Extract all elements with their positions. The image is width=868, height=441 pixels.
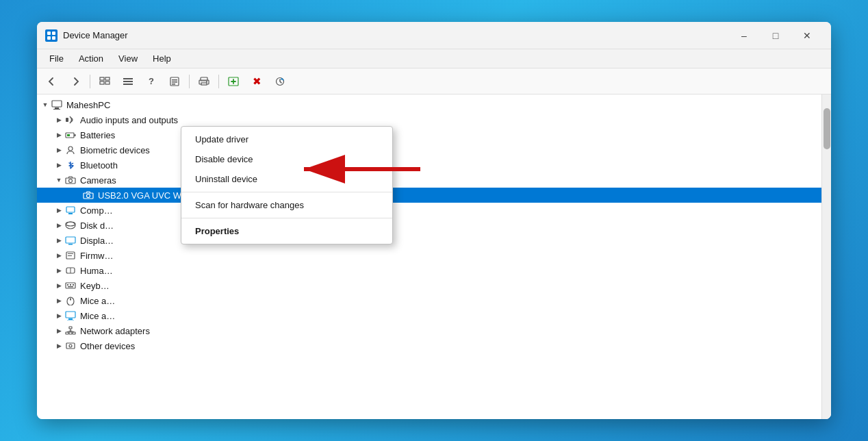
display-toggle[interactable]: ▶ bbox=[53, 235, 64, 246]
svg-rect-14 bbox=[172, 84, 175, 85]
svg-rect-24 bbox=[66, 118, 68, 122]
keyboard-icon bbox=[64, 279, 77, 292]
network-toggle[interactable]: ▶ bbox=[53, 325, 64, 336]
tree-item-display[interactable]: ▶ Displa… bbox=[37, 233, 821, 248]
tree-item-audio[interactable]: ▶ Audio inputs and outputs bbox=[37, 112, 821, 127]
batteries-toggle[interactable]: ▶ bbox=[53, 129, 64, 140]
audio-label: Audio inputs and outputs bbox=[80, 115, 178, 125]
tree-item-biometric[interactable]: ▶ Biometric devices bbox=[37, 142, 821, 158]
print-btn[interactable] bbox=[193, 72, 215, 91]
tree-item-monitors[interactable]: ▶ Mice a… bbox=[37, 308, 821, 323]
toolbar-separator-2 bbox=[189, 75, 190, 88]
minimize-button[interactable]: – bbox=[728, 25, 760, 47]
tree-item-cameras[interactable]: ▼ Cameras bbox=[37, 173, 821, 188]
context-menu: Update driver Disable device Uninstall d… bbox=[181, 126, 393, 244]
device-tree[interactable]: ▼ MaheshPC ▶ bbox=[37, 94, 821, 419]
tree-item-computers[interactable]: ▶ Comp… bbox=[37, 203, 821, 218]
menu-view[interactable]: View bbox=[112, 51, 144, 66]
computers-label: Comp… bbox=[80, 205, 113, 216]
svg-rect-8 bbox=[123, 78, 133, 79]
monitors-toggle[interactable]: ▶ bbox=[53, 310, 64, 321]
computers-icon bbox=[64, 204, 77, 216]
window-title: Device Manager bbox=[63, 30, 728, 40]
update-driver-btn[interactable] bbox=[269, 72, 291, 91]
audio-toggle[interactable]: ▶ bbox=[53, 114, 64, 125]
menu-file[interactable]: File bbox=[42, 51, 71, 66]
tree-item-disk[interactable]: ▶ Disk d… bbox=[37, 218, 821, 233]
properties-view-btn[interactable] bbox=[164, 72, 186, 91]
root-toggle[interactable]: ▼ bbox=[40, 99, 51, 110]
svg-rect-33 bbox=[66, 207, 75, 212]
hid-toggle[interactable]: ▶ bbox=[53, 265, 64, 276]
remove-driver-btn[interactable]: ✖ bbox=[246, 72, 268, 91]
svg-rect-13 bbox=[172, 81, 177, 83]
monitors-label: Mice a… bbox=[80, 311, 115, 321]
disk-label: Disk d… bbox=[80, 220, 114, 231]
svg-rect-38 bbox=[68, 244, 73, 245]
firmware-label: Firmw… bbox=[80, 251, 113, 261]
svg-rect-56 bbox=[66, 332, 68, 334]
cameras-toggle[interactable]: ▼ bbox=[53, 175, 64, 186]
list-view-btn[interactable] bbox=[117, 72, 139, 91]
svg-rect-26 bbox=[75, 134, 76, 136]
tree-item-mice[interactable]: ▶ Mice a… bbox=[37, 293, 821, 308]
tree-item-firmware[interactable]: ▶ Firmw… bbox=[37, 248, 821, 263]
ctx-scan-hardware[interactable]: Scan for hardware changes bbox=[181, 195, 392, 215]
battery-icon bbox=[64, 129, 77, 141]
svg-point-32 bbox=[87, 194, 90, 198]
svg-point-18 bbox=[206, 81, 207, 82]
add-driver-btn[interactable] bbox=[222, 72, 244, 91]
disk-toggle[interactable]: ▶ bbox=[53, 220, 64, 231]
svg-rect-53 bbox=[68, 318, 73, 320]
tree-item-batteries[interactable]: ▶ Batteries bbox=[37, 127, 821, 142]
ctx-uninstall-device[interactable]: Uninstall device bbox=[181, 169, 392, 189]
disk-icon bbox=[64, 219, 77, 231]
mice-icon bbox=[64, 294, 77, 307]
menu-help[interactable]: Help bbox=[146, 51, 178, 66]
display-icon bbox=[64, 234, 77, 247]
ctx-properties[interactable]: Properties bbox=[181, 221, 392, 241]
svg-rect-9 bbox=[123, 81, 133, 82]
tree-item-hid[interactable]: ▶ Huma… bbox=[37, 263, 821, 278]
scrollbar-thumb[interactable] bbox=[824, 108, 830, 149]
ctx-divider-1 bbox=[181, 192, 392, 192]
svg-rect-23 bbox=[53, 109, 60, 110]
forward-button[interactable] bbox=[64, 72, 86, 91]
close-button[interactable]: ✕ bbox=[791, 25, 823, 47]
maximize-button[interactable]: □ bbox=[760, 25, 791, 47]
other-toggle[interactable]: ▶ bbox=[53, 340, 64, 351]
back-button[interactable] bbox=[41, 72, 63, 91]
svg-rect-10 bbox=[123, 84, 133, 85]
svg-rect-40 bbox=[68, 253, 73, 254]
toolbar: ? ✖ bbox=[37, 68, 831, 94]
tree-item-bluetooth[interactable]: ▶ Bluetooth bbox=[37, 158, 821, 173]
svg-rect-1 bbox=[52, 32, 55, 35]
tree-item-webcam[interactable]: USB2.0 VGA UVC WebCam bbox=[37, 188, 821, 203]
svg-rect-2 bbox=[47, 36, 51, 40]
mice-toggle[interactable]: ▶ bbox=[53, 295, 64, 306]
webcam-icon bbox=[82, 189, 94, 201]
tree-root[interactable]: ▼ MaheshPC bbox=[37, 97, 821, 112]
tree-item-network[interactable]: ▶ Network adapters bbox=[37, 323, 821, 338]
audio-icon bbox=[64, 114, 77, 126]
biometric-toggle[interactable]: ▶ bbox=[53, 144, 64, 155]
tree-item-keyboard[interactable]: ▶ Keyb… bbox=[37, 278, 821, 293]
svg-rect-54 bbox=[67, 320, 74, 320]
firmware-toggle[interactable]: ▶ bbox=[53, 250, 64, 261]
hid-label: Huma… bbox=[80, 266, 113, 276]
svg-rect-55 bbox=[69, 327, 72, 329]
help-btn[interactable]: ? bbox=[140, 72, 162, 91]
bluetooth-toggle[interactable]: ▶ bbox=[53, 160, 64, 171]
device-manager-view-btn[interactable] bbox=[94, 72, 116, 91]
keyboard-toggle[interactable]: ▶ bbox=[53, 280, 64, 291]
tree-item-other[interactable]: ▶ Other devices bbox=[37, 338, 821, 353]
display-label: Displa… bbox=[80, 236, 114, 246]
biometric-icon bbox=[64, 144, 77, 156]
ctx-update-driver[interactable]: Update driver bbox=[181, 129, 392, 149]
menu-action[interactable]: Action bbox=[72, 51, 110, 66]
vertical-scrollbar[interactable] bbox=[821, 94, 831, 419]
bluetooth-label: Bluetooth bbox=[80, 160, 118, 171]
ctx-disable-device[interactable]: Disable device bbox=[181, 149, 392, 169]
computers-toggle[interactable]: ▶ bbox=[53, 205, 64, 216]
toolbar-separator-1 bbox=[90, 75, 90, 88]
